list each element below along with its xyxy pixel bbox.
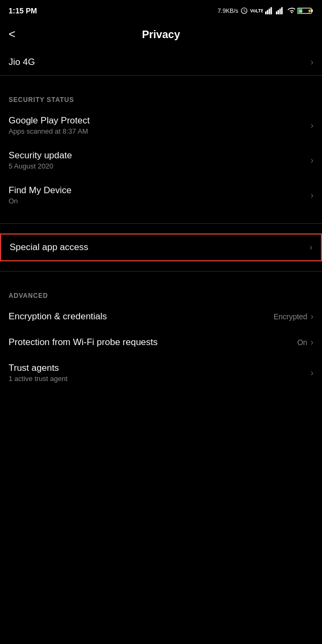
menu-item-jio4g[interactable]: Jio 4G › [0, 49, 322, 75]
alarm-icon [240, 7, 248, 14]
menu-item-wifi-probe[interactable]: Protection from Wi-Fi probe requests On … [0, 330, 322, 355]
wifi-probe-value: On [297, 338, 308, 347]
encryption-title: Encryption & credentials [9, 311, 274, 322]
svg-text:⚡: ⚡ [307, 8, 313, 14]
wifi-probe-title: Protection from Wi-Fi probe requests [9, 337, 297, 348]
advanced-header: ADVANCED [0, 282, 322, 304]
menu-item-find-device[interactable]: Find My Device On › [0, 178, 322, 213]
menu-item-encryption[interactable]: Encryption & credentials Encrypted › [0, 304, 322, 330]
play-protect-subtitle: Apps scanned at 8:37 AM [9, 127, 311, 135]
svg-rect-4 [270, 7, 272, 14]
special-app-access-title: Special app access [10, 242, 310, 253]
svg-rect-7 [280, 9, 281, 14]
security-status-header: SECURITY STATUS [0, 86, 322, 108]
security-update-title: Security update [9, 150, 311, 161]
svg-text:VoLTE: VoLTE [250, 8, 263, 13]
wifi-icon [287, 7, 295, 14]
signal-bars-2 [276, 7, 284, 14]
svg-rect-2 [267, 10, 268, 14]
back-button[interactable]: < [9, 27, 16, 41]
network-speed: 7.9KB/s [217, 8, 238, 14]
chevron-icon: › [310, 243, 312, 252]
svg-text:30: 30 [299, 10, 302, 13]
signal-bars-1 [265, 7, 274, 14]
menu-item-play-protect[interactable]: Google Play Protect Apps scanned at 8:37… [0, 108, 322, 143]
svg-rect-5 [276, 11, 277, 14]
find-device-title: Find My Device [9, 185, 311, 196]
svg-rect-1 [265, 11, 267, 14]
find-device-subtitle: On [9, 197, 311, 205]
menu-item-security-update[interactable]: Security update 5 August 2020 › [0, 143, 322, 178]
security-update-subtitle: 5 August 2020 [9, 162, 311, 170]
signal-icon-1: VoLTE [250, 7, 263, 14]
status-icons: 7.9KB/s VoLTE 30 ⚡ [217, 7, 313, 14]
trust-agents-subtitle: 1 active trust agent [9, 375, 311, 383]
chevron-icon: › [311, 121, 313, 130]
status-bar: 1:15 PM 7.9KB/s VoLTE 30 [0, 0, 322, 19]
svg-rect-6 [277, 10, 279, 14]
chevron-icon: › [311, 338, 313, 347]
svg-rect-8 [281, 7, 283, 14]
encryption-value: Encrypted [274, 312, 308, 321]
menu-item-trust-agents[interactable]: Trust agents 1 active trust agent › [0, 355, 322, 390]
chevron-icon: › [311, 312, 313, 321]
play-protect-title: Google Play Protect [9, 115, 311, 126]
page-title: Privacy [9, 28, 313, 41]
jio4g-title: Jio 4G [9, 57, 311, 68]
chevron-icon: › [311, 368, 313, 378]
header: < Privacy [0, 19, 322, 49]
chevron-icon: › [311, 57, 313, 67]
battery-icon: 30 ⚡ [297, 7, 313, 14]
trust-agents-title: Trust agents [9, 363, 311, 374]
menu-item-special-app-access[interactable]: Special app access › [0, 233, 322, 261]
svg-rect-3 [269, 9, 270, 14]
chevron-icon: › [311, 191, 313, 200]
chevron-icon: › [311, 156, 313, 165]
status-time: 1:15 PM [9, 6, 37, 15]
